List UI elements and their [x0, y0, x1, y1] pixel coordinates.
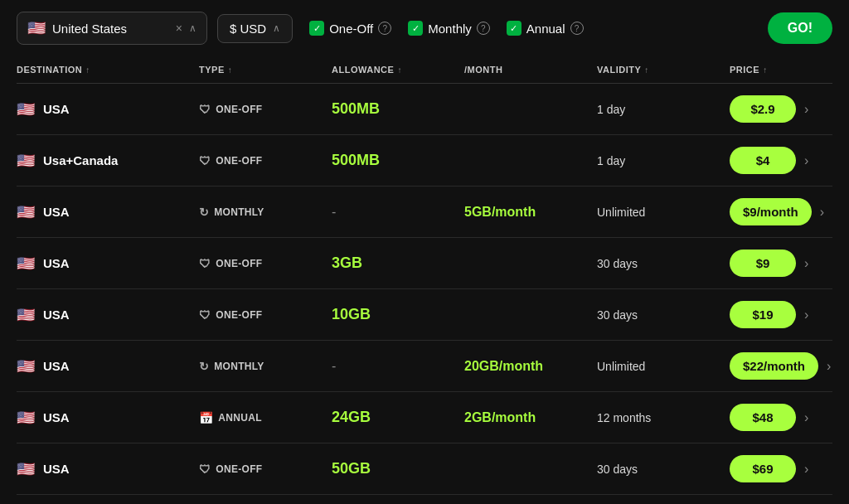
cell-destination: 🇺🇸 USA — [17, 460, 199, 478]
th-validity-sort: ↑ — [644, 65, 649, 75]
destination-flag-icon: 🇺🇸 — [17, 152, 35, 170]
table-row[interactable]: 🇺🇸 USA ↻ MONTHLY - 20GB/month Unlimited … — [17, 341, 832, 392]
destination-name: USA — [43, 308, 70, 322]
row-chevron-icon[interactable]: › — [820, 205, 824, 220]
currency-selector[interactable]: $ USD ∧ — [217, 14, 293, 43]
row-chevron-icon[interactable]: › — [804, 462, 808, 477]
row-chevron-icon[interactable]: › — [827, 359, 831, 374]
row-chevron-icon[interactable]: › — [804, 308, 808, 322]
table-row[interactable]: 🇺🇸 USA 🛡 ONE-OFF 200GB 30 days $200 › — [17, 495, 832, 504]
country-selector[interactable]: 🇺🇸 United States × ∧ — [17, 12, 207, 45]
country-clear-button[interactable]: × — [176, 22, 182, 35]
table-row[interactable]: 🇺🇸 USA 🛡 ONE-OFF 500MB 1 day $2.9 › — [17, 84, 832, 135]
cell-type: 📅 ANNUAL — [199, 411, 332, 424]
price-badge[interactable]: $19 — [730, 301, 796, 328]
currency-chevron-icon: ∧ — [273, 22, 280, 34]
row-chevron-icon[interactable]: › — [804, 153, 808, 168]
cell-type: 🛡 ONE-OFF — [199, 308, 332, 322]
filter-one-off-checkbox[interactable]: ✓ — [309, 21, 324, 36]
cell-price: $19 › — [730, 301, 849, 328]
filter-annual[interactable]: ✓ Annual ? — [507, 21, 584, 36]
cell-validity: Unlimited — [597, 360, 730, 373]
cell-validity: 30 days — [597, 463, 730, 476]
cell-allowance: 3GB — [332, 254, 464, 272]
row-chevron-icon[interactable]: › — [804, 102, 808, 117]
table-row[interactable]: 🇺🇸 USA 🛡 ONE-OFF 3GB 30 days $9 › — [17, 238, 832, 289]
cell-validity: 30 days — [597, 257, 730, 270]
type-label: ONE-OFF — [216, 463, 262, 475]
th-price[interactable]: PRICE ↑ — [730, 65, 849, 75]
table-row[interactable]: 🇺🇸 USA 🛡 ONE-OFF 10GB 30 days $19 › — [17, 289, 832, 341]
cell-price: $4 › — [730, 147, 849, 174]
cell-destination: 🇺🇸 USA — [17, 409, 199, 427]
cell-type: 🛡 ONE-OFF — [199, 463, 332, 476]
cell-price: $69 › — [730, 455, 849, 482]
row-chevron-icon[interactable]: › — [804, 410, 808, 425]
th-destination-sort: ↑ — [85, 65, 90, 75]
cell-month: 2GB/month — [464, 410, 597, 425]
cell-type: 🛡 ONE-OFF — [199, 154, 332, 167]
cell-allowance: - — [332, 205, 464, 220]
type-label: ONE-OFF — [216, 104, 262, 115]
price-badge[interactable]: $69 — [730, 455, 796, 482]
th-validity[interactable]: VALIDITY ↑ — [597, 65, 730, 75]
type-label: MONTHLY — [214, 361, 264, 372]
filter-group: ✓ One-Off ? ✓ Monthly ? ✓ Annual ? — [309, 21, 583, 36]
filter-monthly-checkbox[interactable]: ✓ — [408, 21, 423, 36]
country-flag-icon: 🇺🇸 — [27, 19, 46, 37]
go-button[interactable]: GO! — [768, 12, 832, 44]
filter-one-off[interactable]: ✓ One-Off ? — [309, 21, 391, 36]
type-label: ONE-OFF — [216, 155, 262, 167]
price-badge[interactable]: $22/month — [730, 352, 818, 380]
filter-one-off-help-icon[interactable]: ? — [378, 22, 391, 35]
filter-monthly[interactable]: ✓ Monthly ? — [408, 21, 490, 36]
filter-annual-help-icon[interactable]: ? — [570, 22, 584, 35]
destination-name: USA — [43, 359, 70, 373]
filter-annual-checkbox[interactable]: ✓ — [507, 21, 522, 36]
th-destination[interactable]: DESTINATION ↑ — [17, 65, 199, 75]
country-chevron-icon: ∧ — [189, 22, 196, 34]
destination-name: USA — [43, 462, 70, 476]
price-badge[interactable]: $9 — [730, 250, 796, 277]
cell-type: ↻ MONTHLY — [199, 360, 332, 373]
row-chevron-icon[interactable]: › — [804, 256, 808, 271]
table-row[interactable]: 🇺🇸 USA ↻ MONTHLY - 5GB/month Unlimited $… — [17, 187, 832, 238]
type-label: ONE-OFF — [216, 258, 262, 269]
cell-validity: 1 day — [597, 103, 730, 116]
price-badge[interactable]: $48 — [730, 404, 796, 431]
table-row[interactable]: 🇺🇸 USA 📅 ANNUAL 24GB 2GB/month 12 months… — [17, 392, 832, 443]
cell-validity: Unlimited — [597, 206, 730, 219]
filter-monthly-label: Monthly — [428, 22, 472, 36]
table-row[interactable]: 🇺🇸 USA 🛡 ONE-OFF 50GB 30 days $69 › — [17, 443, 832, 495]
cell-month: 5GB/month — [464, 205, 597, 220]
cell-type: 🛡 ONE-OFF — [199, 257, 332, 270]
cell-destination: 🇺🇸 USA — [17, 203, 199, 221]
table-header: DESTINATION ↑ TYPE ↑ ALLOWANCE ↑ /MONTH … — [17, 56, 832, 84]
cell-allowance: 500MB — [332, 152, 464, 169]
th-allowance[interactable]: ALLOWANCE ↑ — [332, 65, 464, 75]
price-badge[interactable]: $4 — [730, 147, 796, 174]
destination-flag-icon: 🇺🇸 — [17, 409, 35, 427]
destination-name: Usa+Canada — [43, 153, 118, 167]
type-icon: 🛡 — [199, 308, 211, 322]
type-label: MONTHLY — [214, 206, 264, 218]
th-type-sort: ↑ — [228, 65, 233, 75]
cell-destination: 🇺🇸 USA — [17, 357, 199, 376]
th-type[interactable]: TYPE ↑ — [199, 65, 332, 75]
filter-monthly-help-icon[interactable]: ? — [477, 22, 490, 35]
currency-symbol: $ USD — [230, 22, 266, 36]
destination-flag-icon: 🇺🇸 — [17, 203, 35, 221]
price-badge[interactable]: $9/month — [730, 198, 812, 225]
cell-validity: 12 months — [597, 411, 730, 424]
th-month[interactable]: /MONTH — [464, 65, 597, 75]
th-allowance-sort: ↑ — [397, 65, 402, 75]
cell-allowance: 24GB — [332, 409, 464, 426]
table-row[interactable]: 🇺🇸 Usa+Canada 🛡 ONE-OFF 500MB 1 day $4 › — [17, 135, 832, 187]
table-body: 🇺🇸 USA 🛡 ONE-OFF 500MB 1 day $2.9 › 🇺🇸 U… — [17, 84, 832, 504]
header: 🇺🇸 United States × ∧ $ USD ∧ ✓ One-Off ?… — [0, 0, 849, 56]
destination-flag-icon: 🇺🇸 — [17, 306, 35, 324]
price-badge[interactable]: $2.9 — [730, 95, 796, 123]
type-label: ANNUAL — [218, 412, 261, 424]
type-icon: ↻ — [199, 206, 209, 219]
destination-name: USA — [43, 205, 70, 219]
